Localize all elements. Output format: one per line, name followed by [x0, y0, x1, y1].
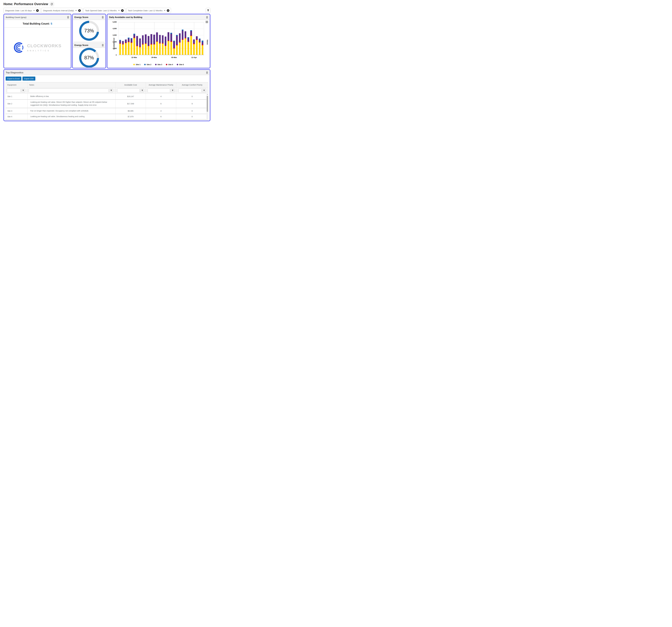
column-funnel-button-2[interactable] — [140, 89, 144, 93]
bar-0[interactable] — [119, 22, 121, 55]
column-filter-input-0[interactable] — [7, 89, 21, 93]
bar-21[interactable] — [178, 22, 181, 55]
bar-11[interactable] — [150, 22, 153, 55]
x-tick-05-Mar: 05-Mar — [171, 56, 177, 58]
bar-24[interactable] — [187, 22, 190, 55]
cell-equipment: Site 1 — [6, 94, 28, 100]
column-header-2[interactable]: Avoidable Cost — [116, 82, 146, 87]
legend-item-site-3[interactable]: Site 3 — [155, 64, 162, 66]
column-header-0[interactable]: Equipment — [6, 82, 28, 87]
export-csv-button[interactable]: Export CSV — [22, 77, 35, 81]
cell-equipment: Site 2 — [6, 100, 28, 108]
bar-1[interactable] — [121, 22, 124, 55]
column-filter-input-3[interactable] — [148, 89, 170, 93]
delete-widget-icon[interactable] — [102, 16, 104, 19]
bar-6[interactable] — [136, 22, 139, 55]
cell-avoidable-cost: $17,549 — [116, 100, 146, 108]
column-header-1[interactable]: Notes — [28, 82, 116, 87]
bar-14[interactable] — [159, 22, 161, 55]
column-filter-input-2[interactable] — [117, 89, 140, 93]
y-axis-labels: 01,0002,0003,0004,0005,000 — [108, 22, 118, 55]
cell-comfort-priority: 9 — [176, 100, 208, 108]
legend-label: Site 1 — [136, 64, 140, 66]
remove-filter-icon[interactable] — [78, 9, 81, 12]
bar-15[interactable] — [161, 22, 164, 55]
bar-2[interactable] — [124, 22, 127, 55]
bar-5[interactable] — [133, 22, 136, 55]
bar-4[interactable] — [130, 22, 133, 55]
legend-item-site-5[interactable]: Site 5 — [177, 64, 184, 66]
cell-avoidable-cost: $19,147 — [116, 94, 146, 100]
filter-pill-0[interactable]: Diagnostic Date: Last 30 days — [3, 8, 40, 13]
legend-item-site-2[interactable]: Site 2 — [144, 64, 151, 66]
filter-bar: Diagnostic Date: Last 30 daysDiagnostic … — [3, 8, 210, 13]
bar-23[interactable] — [184, 22, 187, 55]
bar-27[interactable] — [195, 22, 198, 55]
export-to-excel-button[interactable]: Export to Excel — [6, 77, 21, 81]
legend-dot — [177, 64, 178, 65]
bar-10[interactable] — [147, 22, 150, 55]
filter-button[interactable] — [206, 8, 210, 13]
bar-17[interactable] — [167, 22, 170, 55]
table-row-site-3[interactable]: Site 3Fan on longer than expected. Occup… — [6, 108, 208, 114]
bars — [119, 22, 204, 55]
cell-equipment: Site 3 — [6, 108, 28, 114]
filter-pill-3[interactable]: Task Completion Date: Last 12 Months — [126, 8, 171, 13]
bar-26[interactable] — [193, 22, 195, 55]
bar-12[interactable] — [153, 22, 155, 55]
plot-area — [119, 22, 204, 55]
bar-19[interactable] — [173, 22, 175, 55]
energy-score-panel-0: Energy Score73% — [73, 15, 105, 42]
x-tick-29-Mar: 29-Mar — [151, 56, 157, 58]
bar-29[interactable] — [201, 22, 204, 55]
scroll-up-arrow[interactable]: ▲ — [207, 93, 208, 95]
legend-item-site-4[interactable]: Site 4 — [166, 64, 173, 66]
table-row-site-1[interactable]: Site 1Boiler efficiency is low.$19,14740 — [6, 94, 208, 100]
column-funnel-button-3[interactable] — [171, 89, 174, 93]
bar-20[interactable] — [175, 22, 178, 55]
column-header-4[interactable]: Average Comfort Priority — [176, 82, 208, 87]
delete-widget-icon[interactable] — [67, 16, 69, 19]
column-funnel-button-4[interactable] — [202, 89, 206, 93]
remove-filter-icon[interactable] — [167, 9, 169, 12]
remove-filter-icon[interactable] — [36, 9, 39, 12]
legend-dot — [155, 64, 157, 65]
filter-pill-1[interactable]: Diagnostic Analysis Interval (Daily) — [41, 8, 82, 13]
remove-filter-icon[interactable] — [121, 9, 124, 12]
bar-22[interactable] — [181, 22, 184, 55]
column-filter-input-4[interactable] — [178, 89, 201, 93]
bar-7[interactable] — [139, 22, 141, 55]
legend-item-site-1[interactable]: Site 1 — [133, 64, 140, 66]
bar-28[interactable] — [198, 22, 201, 55]
delete-widget-icon[interactable] — [102, 44, 104, 47]
y-tick-3000: 3,000 — [113, 34, 117, 36]
top-diagnostics-panel: Top Diagnostics Export to ExcelExport CS… — [4, 70, 210, 120]
table-row-site-5[interactable]: Site 5Leaking pre-heating coil valve. No… — [6, 119, 208, 120]
table-row-site-2[interactable]: Site 2Leaking pre-heating coil value. Re… — [6, 100, 208, 108]
energy-score-zone: Energy Score73%Energy Score87% — [72, 14, 106, 68]
table-row-site-4[interactable]: Site 4Leaking pre-heating coil valve. Si… — [6, 114, 208, 119]
bar-18[interactable] — [170, 22, 173, 55]
delete-widget-icon[interactable] — [206, 16, 208, 19]
bar-3[interactable] — [127, 22, 130, 55]
bar-13[interactable] — [155, 22, 159, 55]
column-header-3[interactable]: Average Maintenance Priority — [146, 82, 176, 87]
bar-8[interactable] — [141, 22, 144, 55]
bar-25[interactable] — [190, 22, 193, 55]
table-scrollbar[interactable]: ▲ — [207, 93, 208, 120]
delete-widget-icon[interactable] — [206, 72, 208, 74]
scroll-thumb[interactable] — [207, 96, 208, 112]
column-funnel-button-1[interactable] — [110, 89, 113, 93]
column-funnel-button-0[interactable] — [21, 89, 25, 93]
right-axis-title: Values — [207, 36, 208, 48]
chart-menu-icon[interactable] — [206, 21, 208, 23]
page-title: Home: Performance Overview — [3, 2, 48, 6]
refresh-button[interactable] — [50, 2, 54, 6]
bar-16[interactable] — [164, 22, 167, 55]
column-filter-input-1[interactable] — [29, 89, 109, 93]
filter-pill-label: Task Completion Date: Last 12 Months — [128, 9, 163, 12]
cell-comfort-priority: 0 — [176, 114, 208, 119]
bar-9[interactable] — [144, 22, 147, 55]
y-tick-0: 0 — [116, 54, 117, 56]
filter-pill-2[interactable]: Task Opened Date: Last 12 Months — [83, 8, 125, 13]
